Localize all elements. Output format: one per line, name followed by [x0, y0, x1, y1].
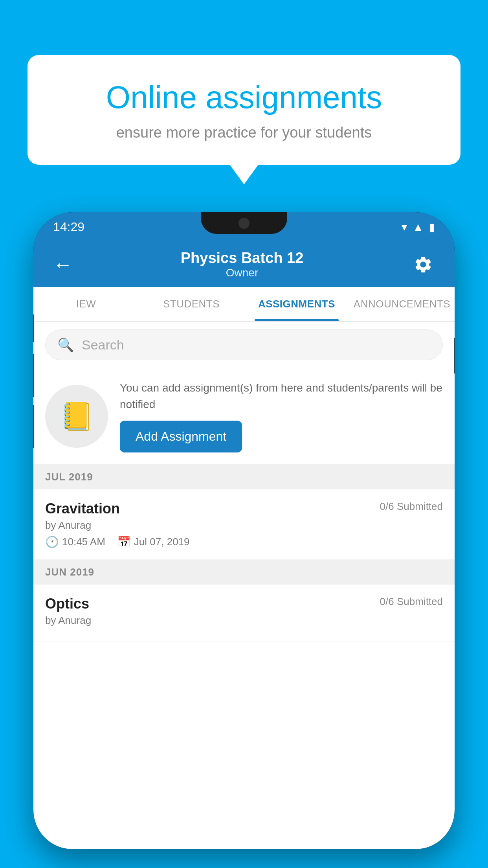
- tab-iew[interactable]: IEW: [33, 287, 139, 321]
- assignment-meta: 🕐 10:45 AM 📅 Jul 07, 2019: [45, 535, 443, 548]
- header-subtitle: Owner: [181, 267, 304, 279]
- promo-text-area: You can add assignment(s) from here and …: [120, 380, 443, 452]
- promo-description: You can add assignment(s) from here and …: [120, 380, 443, 413]
- section-label-jul: JUL 2019: [45, 471, 93, 483]
- time-meta: 🕐 10:45 AM: [45, 535, 105, 548]
- back-button[interactable]: ←: [53, 253, 73, 276]
- speech-bubble-area: Online assignments ensure more practice …: [28, 55, 460, 165]
- assignment-status: 0/6 Submitted: [380, 596, 443, 608]
- tab-assignments[interactable]: ASSIGNMENTS: [244, 287, 349, 321]
- promo-section: 📒 You can add assignment(s) from here an…: [33, 368, 455, 465]
- add-assignment-button[interactable]: Add Assignment: [120, 421, 242, 452]
- search-bar[interactable]: 🔍 Search: [45, 329, 443, 360]
- power-button: [454, 338, 455, 373]
- header-title: Physics Batch 12: [181, 250, 304, 267]
- section-header-jun: JUN 2019: [33, 560, 455, 585]
- date-meta: 📅 Jul 07, 2019: [117, 535, 190, 548]
- assignment-date: Jul 07, 2019: [134, 536, 190, 548]
- signal-icon: ▲: [413, 221, 424, 234]
- settings-button[interactable]: [411, 253, 435, 276]
- wifi-icon: ▾: [402, 221, 407, 234]
- silent-button: [33, 405, 34, 448]
- assignment-row1: Optics 0/6 Submitted: [45, 596, 443, 612]
- search-container: 🔍 Search: [33, 322, 455, 368]
- tab-announcements[interactable]: ANNOUNCEMENTS: [349, 287, 455, 321]
- search-placeholder: Search: [82, 337, 124, 353]
- status-icons: ▾ ▲ ▮: [402, 221, 435, 234]
- header-center: Physics Batch 12 Owner: [181, 250, 304, 279]
- notebook-icon: 📒: [60, 400, 94, 432]
- battery-icon: ▮: [429, 221, 435, 234]
- bubble-title: Online assignments: [59, 79, 429, 116]
- camera-dot: [238, 218, 250, 229]
- table-row[interactable]: Optics 0/6 Submitted by Anurag: [33, 585, 455, 642]
- phone-screen: 🔍 Search 📒 You can add assignment(s) fro…: [33, 322, 455, 849]
- gear-icon: [413, 255, 433, 274]
- assignment-author: by Anurag: [45, 614, 443, 627]
- assignment-row1: Gravitation 0/6 Submitted: [45, 500, 443, 517]
- speech-bubble: Online assignments ensure more practice …: [28, 55, 460, 165]
- tab-bar: IEW STUDENTS ASSIGNMENTS ANNOUNCEMENTS: [33, 287, 455, 322]
- assignment-author: by Anurag: [45, 519, 443, 531]
- phone-frame: 14:29 ▾ ▲ ▮ ← Physics Batch 12 Owner: [33, 212, 455, 849]
- search-icon: 🔍: [57, 337, 74, 353]
- phone-notch: [201, 212, 287, 234]
- status-time: 14:29: [53, 220, 84, 234]
- tab-students[interactable]: STUDENTS: [139, 287, 244, 321]
- section-header-jul: JUL 2019: [33, 465, 455, 489]
- calendar-icon: 📅: [117, 535, 131, 548]
- promo-icon-circle: 📒: [45, 385, 108, 448]
- phone-container: 14:29 ▾ ▲ ▮ ← Physics Batch 12 Owner: [33, 212, 455, 868]
- section-label-jun: JUN 2019: [45, 566, 94, 578]
- clock-icon: 🕐: [45, 535, 59, 548]
- assignment-name: Gravitation: [45, 500, 120, 517]
- assignment-status: 0/6 Submitted: [380, 500, 443, 513]
- table-row[interactable]: Gravitation 0/6 Submitted by Anurag 🕐 10…: [33, 489, 455, 560]
- volume-down-button: [33, 354, 34, 397]
- app-header: ← Physics Batch 12 Owner: [33, 242, 455, 287]
- bubble-subtitle: ensure more practice for your students: [59, 124, 429, 141]
- assignment-time: 10:45 AM: [62, 536, 105, 548]
- assignment-name: Optics: [45, 596, 89, 612]
